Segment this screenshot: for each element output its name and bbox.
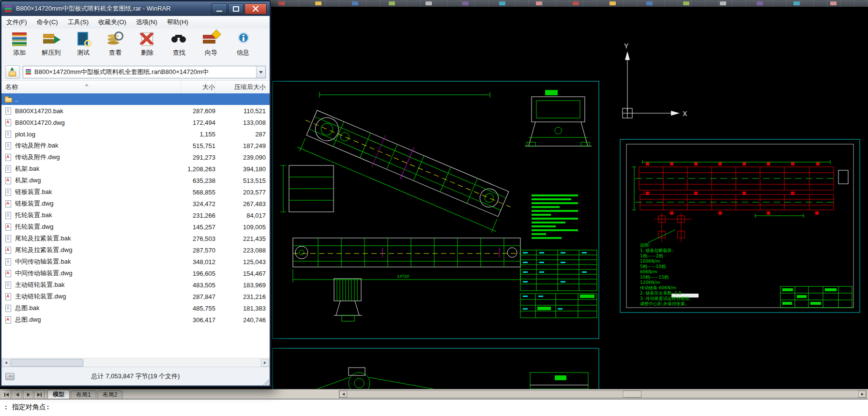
file-row[interactable]: 链板装置.bak568,855203,577 — [1, 186, 270, 198]
add-button[interactable]: 添加 — [3, 29, 35, 63]
winrar-scroll-thumb[interactable] — [11, 359, 83, 367]
file-row[interactable]: .. — [1, 93, 270, 105]
tab-last-button[interactable] — [34, 390, 45, 399]
toolbar-icon-fragment[interactable] — [499, 1, 505, 5]
menu-item[interactable]: 命令(C) — [32, 18, 63, 27]
toolbar-button-label: 向导 — [205, 48, 217, 57]
note-line: 5档——10档 — [640, 264, 666, 269]
delete-button[interactable]: 删除 — [131, 29, 163, 63]
menu-item[interactable]: 工具(S) — [63, 18, 93, 27]
menu-item[interactable]: 收藏夹(O) — [93, 18, 131, 27]
toolbar-icon-fragment[interactable] — [462, 1, 469, 5]
toolbar-icon-fragment[interactable] — [757, 1, 763, 5]
address-dropdown-button[interactable] — [256, 66, 265, 78]
file-row[interactable]: 中间传动轴装置.dwg196,605154,467 — [1, 267, 270, 279]
toolbar-icon-fragment[interactable] — [830, 1, 837, 5]
toolbar-icon-fragment[interactable] — [646, 1, 653, 5]
info-button[interactable]: 信息 — [227, 29, 259, 63]
toolbar-icon-fragment[interactable] — [315, 1, 321, 5]
minimize-button[interactable] — [212, 3, 227, 15]
toolbar-icon-fragment[interactable] — [278, 1, 285, 5]
file-row[interactable]: 总图.bak485,755181,383 — [1, 302, 270, 314]
tab-layout-2[interactable]: 布局2 — [97, 390, 123, 399]
wizard-button[interactable]: 向导 — [195, 29, 227, 63]
file-row[interactable]: 尾轮及拉紧装置.dwg287,570223,088 — [1, 244, 270, 256]
menu-bar: 文件(F)命令(C)工具(S)收藏夹(O)选项(N)帮助(H) — [1, 16, 270, 29]
extract-button[interactable]: 解压到 — [35, 29, 67, 63]
file-row[interactable]: 传动及附件.bak515,751187,249 — [1, 140, 270, 151]
doc-icon — [4, 130, 12, 138]
file-packed-size: 231,216 — [215, 293, 270, 300]
file-size: 635,238 — [182, 177, 215, 184]
file-row[interactable]: B800X14720.bak287,609110,521 — [1, 105, 270, 117]
toolbar-icon-fragment[interactable] — [609, 1, 616, 5]
file-row[interactable]: 机架.bak1,208,263394,180 — [1, 163, 270, 175]
autocad-hscrollbar[interactable] — [339, 390, 867, 398]
file-row[interactable]: 托轮装置.dwg145,257109,005 — [1, 221, 270, 233]
file-row[interactable]: 机架.dwg635,238513,515 — [1, 175, 270, 186]
file-row[interactable]: 总图.dwg306,417240,746 — [1, 314, 270, 326]
column-header-size[interactable]: 大小 — [181, 81, 215, 93]
file-packed-size: 183,969 — [215, 282, 270, 289]
close-button[interactable] — [244, 3, 267, 15]
hscroll-right-arrow[interactable] — [858, 391, 866, 398]
toolbar-icon-fragment[interactable] — [352, 1, 358, 5]
up-one-level-button[interactable] — [5, 65, 20, 79]
file-packed-size: 203,577 — [215, 189, 270, 196]
file-row[interactable]: 中间传动轴装置.bak348,012125,043 — [1, 256, 270, 267]
tab-layout-1[interactable]: 布局1 — [71, 390, 96, 399]
file-row[interactable]: B800X14720.dwg172,494133,008 — [1, 117, 270, 128]
resize-grip[interactable] — [263, 379, 269, 385]
menu-item[interactable]: 文件(F) — [1, 18, 32, 27]
doc-icon — [4, 165, 12, 173]
hscroll-left-arrow[interactable] — [339, 391, 347, 398]
tab-next-button[interactable] — [23, 390, 33, 399]
file-packed-size: 133,008 — [215, 119, 270, 126]
maximize-button[interactable] — [228, 3, 244, 15]
file-row[interactable]: 主动链轮装置.bak483,505183,969 — [1, 279, 270, 291]
toolbar-icon-fragment[interactable] — [389, 1, 395, 5]
winrar-scroll-right-arrow[interactable] — [261, 359, 269, 367]
menu-item[interactable]: 选项(N) — [131, 18, 162, 27]
dwg-icon — [4, 246, 12, 254]
end-view — [525, 90, 592, 146]
column-header-packed[interactable]: 压缩后大小 — [215, 81, 270, 93]
winrar-scroll-left-arrow[interactable] — [2, 359, 10, 367]
menu-item[interactable]: 帮助(H) — [162, 18, 193, 27]
tab-layout-0[interactable]: 模型 — [47, 390, 70, 400]
test-button[interactable]: 测试 — [67, 29, 99, 63]
file-packed-size: 84,017 — [215, 212, 270, 219]
file-row[interactable]: 链板装置.dwg324,472267,483 — [1, 198, 270, 209]
file-size: 231,266 — [182, 212, 215, 219]
doc-icon — [4, 258, 12, 266]
file-row[interactable]: 传动及附件.dwg291,273239,090 — [1, 151, 270, 163]
toolbar-icon-fragment[interactable] — [793, 1, 800, 5]
winrar-hscrollbar[interactable] — [1, 358, 270, 367]
file-row[interactable]: 主动链轮装置.dwg287,847231,216 — [1, 291, 270, 302]
autocad-command-line[interactable]: : 指定对角点: — [0, 399, 868, 416]
hscroll-thumb[interactable] — [623, 391, 641, 398]
toolbar-icon-fragment[interactable] — [720, 1, 726, 5]
address-combobox[interactable]: B800×14720mm中型板式喂料机全套图纸.rar\B800×14720m中 — [23, 66, 266, 78]
file-packed-size: 110,521 — [215, 107, 270, 115]
dwg-icon — [4, 316, 12, 324]
toolbar-icon-fragment[interactable] — [573, 1, 579, 5]
tab-first-button[interactable] — [1, 390, 11, 399]
inclined-conveyor-view — [293, 92, 518, 236]
winrar-titlebar[interactable]: B800×14720mm中型板式喂料机全套图纸.rar - WinRAR — [1, 1, 270, 16]
file-size: 287,570 — [182, 247, 215, 254]
file-row[interactable]: 尾轮及拉紧装置.bak276,503221,435 — [1, 233, 270, 244]
toolbar-icon-fragment[interactable] — [426, 1, 432, 5]
dwg-icon — [4, 200, 12, 208]
view-button[interactable]: 查看 — [99, 29, 131, 63]
file-size: 568,855 — [182, 189, 215, 196]
find-button[interactable]: 查找 — [163, 29, 195, 63]
column-header-name[interactable]: 名称 — [1, 83, 181, 91]
file-name: B800X14720.dwg — [15, 119, 182, 126]
file-row[interactable]: 托轮装置.bak231,26684,017 — [1, 209, 270, 221]
file-row[interactable]: plot.log1,155287 — [1, 128, 270, 140]
toolbar-icon-fragment[interactable] — [536, 1, 542, 5]
file-name: 传动及附件.dwg — [15, 153, 182, 162]
tab-prev-button[interactable] — [12, 390, 22, 399]
toolbar-icon-fragment[interactable] — [683, 1, 689, 5]
